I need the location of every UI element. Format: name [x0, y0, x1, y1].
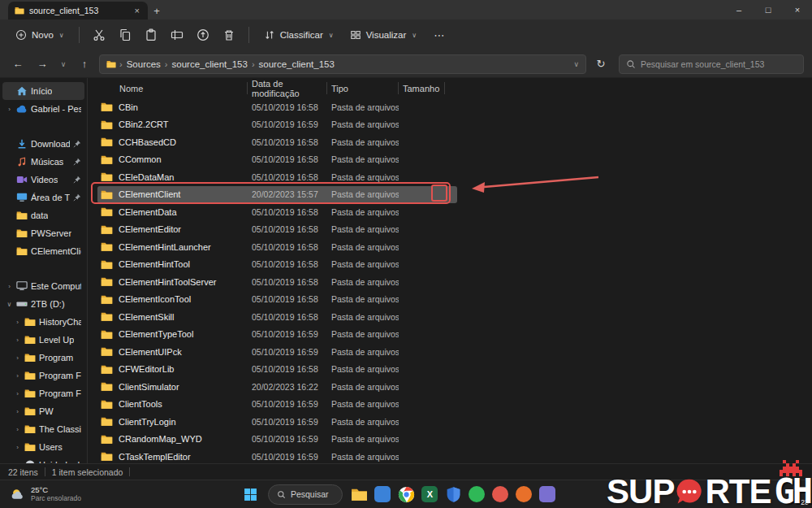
forward-button[interactable]: →: [32, 54, 52, 74]
chevron-down-icon[interactable]: ∨: [6, 301, 13, 308]
rename-button[interactable]: [165, 24, 189, 46]
file-row-celementhinttoolserver[interactable]: CElementHintToolServer05/10/2019 16:58Pa…: [97, 273, 457, 291]
share-button[interactable]: [191, 24, 215, 46]
file-type: Pasta de arquivos: [327, 119, 399, 129]
minimize-button[interactable]: –: [724, 0, 754, 20]
address-bar[interactable]: ›Sources›source_client_153›source_client…: [99, 54, 586, 74]
file-row-cfweditorlib[interactable]: CFWEditorLib05/10/2019 16:58Pasta de arq…: [97, 361, 457, 379]
column-header-modified[interactable]: Data de modificação: [248, 78, 327, 98]
sidebar-item-inicio[interactable]: Início: [2, 82, 84, 100]
whatsapp-icon[interactable]: [465, 483, 489, 506]
chevron-right-icon[interactable]: ›: [14, 336, 21, 344]
file-row-ctasktempleditor[interactable]: CTaskTemplEditor05/10/2019 16:59Pasta de…: [97, 448, 457, 463]
file-row-clientsimulator[interactable]: ClientSimulator20/02/2023 16:22Pasta de …: [97, 378, 457, 396]
tab-close-icon[interactable]: ×: [133, 6, 141, 15]
chevron-right-icon[interactable]: ›: [14, 408, 21, 415]
sidebar-item-pw[interactable]: ›PW: [2, 402, 84, 420]
defender-icon[interactable]: [442, 483, 465, 506]
file-row-crandommap-wyd[interactable]: CRandomMap_WYD05/10/2019 16:59Pasta de a…: [97, 431, 457, 449]
file-row-celementskill[interactable]: CElementSkill05/10/2019 16:58Pasta de ar…: [97, 308, 457, 326]
chevron-right-icon[interactable]: ›: [14, 372, 21, 380]
file-row-cbin[interactable]: CBin05/10/2019 16:58Pasta de arquivos: [97, 98, 457, 116]
breadcrumb-item-source-client-153[interactable]: source_client_153: [169, 58, 251, 71]
delete-button[interactable]: [217, 24, 241, 46]
column-header-size[interactable]: Tamanho: [399, 78, 445, 98]
back-button[interactable]: ←: [8, 54, 28, 74]
teams-icon[interactable]: [536, 483, 559, 506]
window-tab[interactable]: source_client_153 ×: [8, 2, 148, 20]
sidebar-item-the-classic-pw[interactable]: ›The Classic PW: [2, 420, 84, 438]
sidebar-item-2tb-d[interactable]: ∨2TB (D:): [2, 295, 84, 313]
new-tab-button[interactable]: +: [148, 2, 166, 20]
sidebar-item-program[interactable]: ›Program: [2, 349, 84, 367]
new-button[interactable]: Novo ∨: [8, 24, 71, 46]
start-button[interactable]: [239, 483, 263, 506]
sidebar-item-pwserver[interactable]: PWServer: [2, 224, 84, 242]
search-input[interactable]: [641, 59, 797, 69]
column-header-name[interactable]: Nome: [97, 78, 248, 98]
breadcrumb-item-source-client-153[interactable]: source_client_153: [256, 58, 338, 71]
chevron-right-icon[interactable]: ›: [14, 354, 21, 362]
sidebar-item-label: Program: [39, 353, 73, 363]
copy-button[interactable]: [113, 24, 137, 46]
sidebar-item-users[interactable]: ›Users: [2, 438, 84, 456]
file-explorer-icon[interactable]: [348, 483, 371, 506]
refresh-button[interactable]: ↻: [591, 54, 611, 74]
chevron-right-icon[interactable]: ›: [14, 426, 21, 433]
sidebar-item-level-up[interactable]: ›Level Up: [2, 331, 84, 349]
file-row-ccommon[interactable]: CCommon05/10/2019 16:58Pasta de arquivos: [97, 151, 457, 169]
file-row-clienttools[interactable]: ClientTools05/10/2019 16:59Pasta de arqu…: [97, 396, 457, 414]
opera-icon[interactable]: [489, 483, 512, 506]
file-row-celementicontool[interactable]: CElementIconTool05/10/2019 16:58Pasta de…: [97, 291, 457, 309]
file-row-celementclient[interactable]: CElementClient20/02/2023 15:57Pasta de a…: [97, 186, 457, 204]
file-name-cell: ClientTryLogin: [97, 416, 248, 427]
file-row-celementeditor[interactable]: CElementEditor05/10/2019 16:58Pasta de a…: [97, 221, 457, 239]
maximize-button[interactable]: □: [754, 0, 783, 20]
column-header-type[interactable]: Tipo: [327, 78, 399, 98]
file-row-clienttrylogin[interactable]: ClientTryLogin05/10/2019 16:59Pasta de a…: [97, 413, 457, 431]
sidebar-item-historychave7[interactable]: ›HistoryChave7: [2, 313, 84, 331]
cut-button[interactable]: [87, 24, 111, 46]
recent-locations-button[interactable]: ∨: [57, 54, 70, 74]
sidebar-item-videos[interactable]: Videos: [2, 171, 84, 189]
file-row-celementdata[interactable]: CElementData05/10/2019 16:58Pasta de arq…: [97, 203, 457, 221]
sidebar-item-data[interactable]: data: [2, 206, 84, 224]
breadcrumb-item-sources[interactable]: Sources: [123, 58, 164, 71]
sidebar-item-celementclient[interactable]: CElementClient: [2, 242, 84, 260]
more-options-button[interactable]: ⋯: [425, 26, 453, 45]
notification-badge[interactable]: 23: [801, 498, 809, 506]
file-row-celementhinttool[interactable]: CElementHintTool05/10/2019 16:58Pasta de…: [97, 256, 457, 274]
firefox-icon[interactable]: [512, 483, 536, 506]
file-row-cbin2-2crt[interactable]: CBin2.2CRT05/10/2019 16:59Pasta de arqui…: [97, 116, 457, 134]
sidebar-item-area-de-trabalho[interactable]: Área de Trabalho: [2, 189, 84, 206]
address-dropdown-icon[interactable]: ∨: [573, 60, 579, 68]
sidebar-item-downloads[interactable]: Downloads: [2, 135, 84, 153]
sidebar-item-unidade-de-dvd[interactable]: ›Unidade de DVD: [2, 456, 84, 463]
file-row-celementtypetool[interactable]: CElementTypeTool05/10/2019 16:59Pasta de…: [97, 326, 457, 344]
sort-button[interactable]: Classificar ∨: [257, 24, 341, 46]
chevron-right-icon[interactable]: ›: [14, 319, 21, 326]
sidebar-item-program-files[interactable]: ›Program Files: [2, 367, 84, 384]
weather-widget[interactable]: 25°C Parc ensolarado: [0, 486, 91, 503]
file-row-celedataman[interactable]: CEleDataMan05/10/2019 16:58Pasta de arqu…: [97, 168, 457, 186]
explorer-search[interactable]: [619, 54, 804, 74]
sidebar-item-musicas[interactable]: Músicas: [2, 153, 84, 171]
chevron-right-icon[interactable]: ›: [6, 106, 13, 113]
chevron-right-icon[interactable]: ›: [6, 283, 13, 290]
sidebar-item-este-computador[interactable]: ›Este Computador: [2, 277, 84, 295]
calendar-icon[interactable]: [371, 483, 395, 506]
view-button[interactable]: Visualizar ∨: [343, 24, 425, 46]
sidebar-item-program-files[interactable]: ›Program Files: [2, 384, 84, 402]
file-row-cchbasedcd[interactable]: CCHBasedCD05/10/2019 16:58Pasta de arqui…: [97, 133, 457, 151]
excel-icon[interactable]: X: [418, 483, 442, 506]
up-button[interactable]: ↑: [75, 54, 94, 74]
close-button[interactable]: ×: [783, 0, 812, 20]
chevron-right-icon[interactable]: ›: [14, 444, 21, 451]
paste-button[interactable]: [139, 24, 163, 46]
file-row-celementuipck[interactable]: CElementUIPck05/10/2019 16:59Pasta de ar…: [97, 343, 457, 361]
chrome-icon[interactable]: [395, 483, 418, 506]
taskbar-search[interactable]: Pesquisar: [268, 484, 343, 505]
chevron-right-icon[interactable]: ›: [14, 390, 21, 397]
sidebar-item-gabriel-pessoa[interactable]: ›Gabriel - Pessoa: [2, 100, 84, 118]
file-row-celementhintlauncher[interactable]: CElementHintLauncher05/10/2019 16:58Past…: [97, 238, 457, 256]
